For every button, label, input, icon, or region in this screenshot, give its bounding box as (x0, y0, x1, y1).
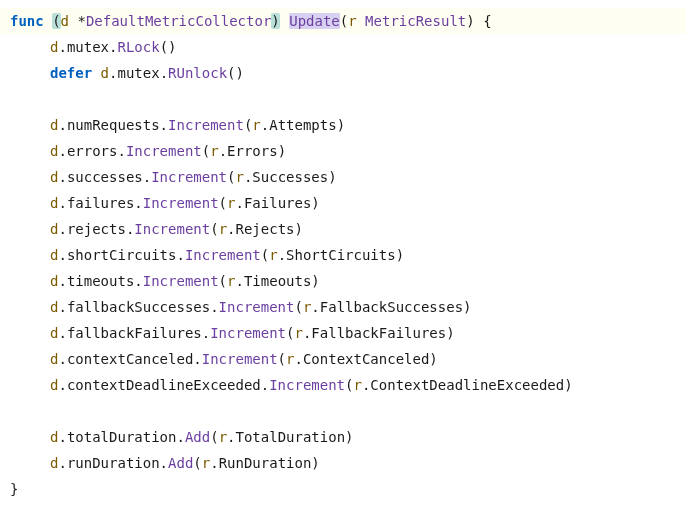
func-name: Update (289, 13, 340, 29)
code-line[interactable]: d.errors.Increment(r.Errors) (0, 138, 686, 164)
dot: . (58, 143, 66, 159)
arg-field: ContextDeadlineExceeded (370, 377, 564, 393)
field: totalDuration (67, 429, 177, 445)
arg-field: Successes (252, 169, 328, 185)
code-line[interactable]: d.failures.Increment(r.Failures) (0, 190, 686, 216)
code-line[interactable]: d.shortCircuits.Increment(r.ShortCircuit… (0, 242, 686, 268)
method: Increment (210, 325, 286, 341)
dot: . (134, 195, 142, 211)
dot: . (210, 455, 218, 471)
paren: ) (278, 143, 286, 159)
dot: . (58, 221, 66, 237)
method-rlock: RLock (117, 39, 159, 55)
method-runlock: RUnlock (168, 65, 227, 81)
dot: . (58, 429, 66, 445)
dot: . (311, 299, 319, 315)
field: rejects (67, 221, 126, 237)
paren: ) (466, 13, 474, 29)
field: fallbackSuccesses (67, 299, 210, 315)
code-line[interactable]: d.timeouts.Increment(r.Timeouts) (0, 268, 686, 294)
paren: ) (311, 195, 319, 211)
field: failures (67, 195, 134, 211)
arg-field: Errors (227, 143, 278, 159)
blank-line[interactable] (0, 398, 686, 424)
method: Increment (151, 169, 227, 185)
code-line-rlock[interactable]: d.mutex.RLock() (0, 34, 686, 60)
arg-var: r (210, 143, 218, 159)
dot: . (235, 195, 243, 211)
paren: ( (294, 299, 302, 315)
paren: ) (311, 273, 319, 289)
paren: ) (396, 247, 404, 263)
dot: . (58, 299, 66, 315)
method: Increment (219, 299, 295, 315)
field-mutex: mutex (117, 65, 159, 81)
code-line[interactable]: d.contextDeadlineExceeded.Increment(r.Co… (0, 372, 686, 398)
code-line[interactable]: d.fallbackFailures.Increment(r.FallbackF… (0, 320, 686, 346)
paren: ) (429, 351, 437, 367)
paren: ( (219, 195, 227, 211)
arg-field: ShortCircuits (286, 247, 396, 263)
code-line[interactable]: d.rejects.Increment(r.Rejects) (0, 216, 686, 242)
func-signature-line[interactable]: func (d *DefaultMetricCollector) Update(… (0, 8, 686, 34)
method: Increment (168, 117, 244, 133)
arg-field: Timeouts (244, 273, 311, 289)
paren: ( (210, 221, 218, 237)
parens: () (227, 65, 244, 81)
dot: . (160, 65, 168, 81)
blank-line[interactable] (0, 86, 686, 112)
field: errors (67, 143, 118, 159)
dot: . (58, 273, 66, 289)
code-line[interactable]: d.runDuration.Add(r.RunDuration) (0, 450, 686, 476)
arg-var: r (219, 221, 227, 237)
paren: ( (202, 143, 210, 159)
dot: . (58, 117, 66, 133)
param-var: r (348, 13, 356, 29)
receiver-var: d (61, 13, 69, 29)
dot: . (176, 429, 184, 445)
arg-var: r (294, 325, 302, 341)
code-editor[interactable]: func (d *DefaultMetricCollector) Update(… (0, 0, 686, 510)
keyword-func: func (10, 13, 44, 29)
method: Add (168, 455, 193, 471)
brace-open: { (483, 13, 491, 29)
code-line-defer[interactable]: defer d.mutex.RUnlock() (0, 60, 686, 86)
dot: . (58, 455, 66, 471)
dot: . (210, 299, 218, 315)
arg-field: TotalDuration (236, 429, 346, 445)
field: timeouts (67, 273, 134, 289)
arg-field: FallbackFailures (311, 325, 446, 341)
code-line[interactable]: d.fallbackSuccesses.Increment(r.Fallback… (0, 294, 686, 320)
dot: . (143, 169, 151, 185)
paren: ) (337, 117, 345, 133)
code-line[interactable]: d.contextCanceled.Increment(r.ContextCan… (0, 346, 686, 372)
paren: ) (311, 455, 319, 471)
dot: . (235, 273, 243, 289)
arg-var: r (269, 247, 277, 263)
code-line[interactable]: d.numRequests.Increment(r.Attempts) (0, 112, 686, 138)
parens: () (160, 39, 177, 55)
paren: ) (295, 221, 303, 237)
arg-var: r (353, 377, 361, 393)
code-line[interactable]: d.successes.Increment(r.Successes) (0, 164, 686, 190)
dot: . (160, 117, 168, 133)
dot: . (58, 377, 66, 393)
paren: ) (328, 169, 336, 185)
dot: . (134, 273, 142, 289)
paren: ) (463, 299, 471, 315)
dot: . (117, 143, 125, 159)
closing-brace-line[interactable]: } (0, 476, 686, 502)
arg-var: r (202, 455, 210, 471)
dot: . (193, 351, 201, 367)
space (280, 13, 288, 29)
method: Increment (126, 143, 202, 159)
dot: . (58, 325, 66, 341)
paren: ( (261, 247, 269, 263)
method: Increment (269, 377, 345, 393)
method: Increment (202, 351, 278, 367)
code-line[interactable]: d.totalDuration.Add(r.TotalDuration) (0, 424, 686, 450)
paren: ) (446, 325, 454, 341)
dot: . (261, 377, 269, 393)
method: Increment (143, 273, 219, 289)
dot: . (176, 247, 184, 263)
